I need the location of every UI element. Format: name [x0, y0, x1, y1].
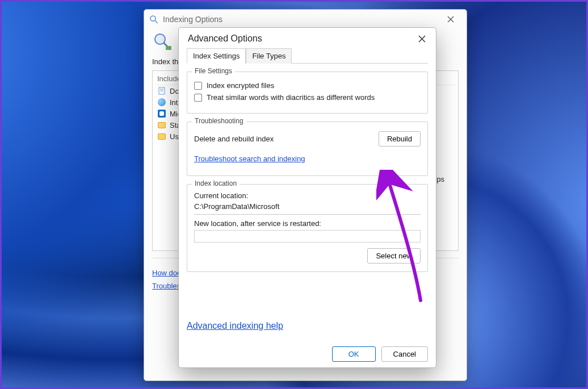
parent-close-icon[interactable]: [439, 10, 462, 29]
svg-rect-6: [166, 46, 171, 50]
delete-rebuild-label: Delete and rebuild index: [194, 135, 274, 143]
diacritics-checkbox[interactable]: [194, 94, 202, 102]
tab-index-settings[interactable]: Index Settings: [187, 48, 246, 64]
diacritics-checkbox-row: Treat similar words with diacritics as d…: [194, 93, 421, 102]
dialog-close-icon[interactable]: [412, 35, 431, 43]
parent-titlebar: Indexing Options: [144, 10, 467, 29]
folder-icon: [157, 132, 166, 141]
rebuild-button[interactable]: Rebuild: [379, 131, 421, 147]
cancel-button[interactable]: Cancel: [381, 346, 428, 362]
advanced-options-dialog: Advanced Options Index Settings File Typ…: [178, 27, 436, 368]
search-illustration-icon: [152, 31, 173, 52]
how-does-link[interactable]: How doe: [152, 269, 181, 277]
dialog-footer: OK Cancel: [332, 346, 428, 362]
index-encrypted-checkbox[interactable]: [194, 82, 202, 90]
new-location-input[interactable]: [194, 230, 421, 242]
svg-line-1: [155, 20, 158, 23]
select-new-button[interactable]: Select new: [367, 248, 421, 263]
outlook-icon: [157, 109, 166, 118]
index-location-group: Index location Current location: C:\Prog…: [187, 184, 428, 272]
file-settings-group: File Settings Index encrypted files Trea…: [187, 72, 428, 114]
tabs: Index Settings File Types: [187, 48, 428, 64]
svg-point-0: [150, 16, 156, 21]
troubleshooting-group: Troubleshooting Delete and rebuild index…: [187, 122, 428, 176]
folder-icon: [157, 120, 166, 129]
tab-file-types[interactable]: File Types: [246, 48, 292, 64]
ok-button[interactable]: OK: [332, 346, 376, 362]
index-location-legend: Index location: [192, 179, 240, 187]
troubleshoot-search-link[interactable]: Troubleshoot search and indexing: [194, 154, 305, 163]
advanced-indexing-help-link[interactable]: Advanced indexing help: [187, 321, 283, 331]
document-icon: [157, 86, 166, 95]
file-settings-legend: File Settings: [192, 67, 235, 75]
dialog-title: Advanced Options: [188, 34, 262, 44]
current-location-path: C:\ProgramData\Microsoft: [194, 201, 421, 215]
troubleshoot-link[interactable]: Troubles: [152, 282, 180, 290]
current-location-label: Current location:: [194, 191, 421, 200]
new-location-label: New location, after service is restarted…: [194, 219, 421, 228]
index-encrypted-checkbox-row: Index encrypted files: [194, 81, 421, 90]
dialog-titlebar: Advanced Options: [179, 28, 436, 48]
globe-icon: [157, 98, 166, 107]
index-encrypted-label: Index encrypted files: [207, 81, 274, 90]
troubleshooting-legend: Troubleshooting: [192, 117, 246, 125]
diacritics-label: Treat similar words with diacritics as d…: [207, 93, 375, 102]
parent-title: Indexing Options: [163, 15, 222, 24]
search-options-icon: [149, 14, 159, 24]
